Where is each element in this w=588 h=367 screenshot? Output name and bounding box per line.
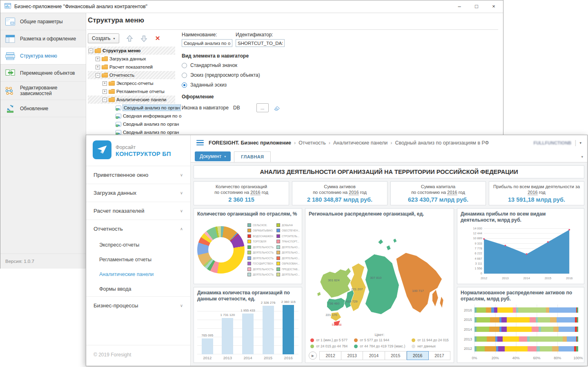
profit-area-svg: 01 5563 1114 6676 2227 7789 33310 88912 … [461, 225, 581, 281]
chevron-down-icon: ∨ [180, 303, 183, 308]
radio-option-1[interactable]: Эскиз (предпросмотр объекта) [182, 72, 321, 78]
timeline-year-2016[interactable]: 2016 [407, 351, 429, 360]
map-region-7b[interactable] [432, 289, 438, 307]
map-legend-title: Цвет: [309, 332, 450, 337]
timeline-year-2012[interactable]: 2012 [319, 351, 341, 360]
map-region-6c[interactable] [386, 245, 391, 250]
sidebar-item-2[interactable]: Структура меню [0, 47, 86, 65]
radio-icon[interactable] [182, 73, 187, 78]
tree-expander[interactable]: − [102, 98, 107, 102]
delete-button[interactable]: ✕ [155, 35, 160, 42]
create-button[interactable]: Создать▾ [88, 33, 119, 43]
map-region-6[interactable] [365, 254, 399, 314]
stacked-segment [559, 327, 575, 332]
sidebar-item-1[interactable]: Разметка и оформление [0, 30, 86, 47]
legend-label: ГОСУДАРСТВЕН... [253, 262, 274, 265]
close-button[interactable]: × [485, 0, 502, 13]
year-link[interactable]: 2016 [250, 190, 260, 195]
ribbon-collapse-icon[interactable]: ▾ [581, 155, 583, 162]
copyright: © 2019 Foresight [86, 345, 190, 366]
preview-nav: Приветственное окно∨Загрузка данных∨Расч… [86, 166, 190, 314]
minimize-button[interactable]: – [451, 0, 468, 13]
name-input[interactable] [182, 39, 232, 47]
nav-section-0[interactable]: Приветственное окно∨ [86, 166, 190, 184]
create-button-label: Создать [92, 36, 111, 41]
tree-row-7[interactable]: Сводный анализ по орган [88, 104, 175, 112]
timeline-year-2015[interactable]: 2015 [385, 351, 407, 360]
breadcrumb-item-3[interactable]: Сводный анализ по организациям в РФ [395, 140, 489, 146]
tree-row-4[interactable]: +Экспресс-отчеты [88, 79, 175, 87]
donut-hole [208, 237, 234, 262]
identifier-input[interactable] [236, 39, 285, 47]
folder-icon [109, 89, 115, 94]
sidebar-item-3[interactable]: Перемещение объектов [0, 65, 86, 82]
tree-row-0[interactable]: −Структура меню [88, 47, 175, 55]
nav-subitem-3[interactable]: Формы ввода [86, 282, 190, 296]
year-link[interactable]: 2016 [528, 190, 537, 195]
tree-row-2[interactable]: +Расчет показателей [88, 63, 175, 71]
play-button[interactable]: ▶ [309, 351, 317, 360]
tree-expander[interactable]: + [96, 57, 100, 61]
legend-item: ДЕЯТЕЛЬНОСТЬ [247, 251, 274, 254]
maximize-button[interactable]: □ [468, 0, 485, 13]
browse-button[interactable]: ... [256, 103, 269, 112]
nav-section-4[interactable]: Бизнес-процессы∨ [86, 297, 190, 314]
tree-row-8[interactable]: Сводная информация по о [88, 112, 175, 120]
map-region-0b[interactable] [317, 291, 321, 296]
timeline-year-2017[interactable]: 2017 [429, 351, 450, 360]
map-region-6d[interactable] [393, 238, 397, 243]
timeline-year-2013[interactable]: 2013 [341, 351, 363, 360]
radio-icon[interactable] [182, 82, 187, 88]
tree-expander[interactable]: + [102, 89, 107, 94]
map-legend-item-3: от 24 015 до 44 784 [310, 344, 347, 348]
move-up-button[interactable] [126, 35, 134, 42]
tree-row-6[interactable]: −Аналитические панели [88, 96, 175, 104]
breadcrumb-item-0[interactable]: FORESIGHT. Бизнес приложение [209, 140, 291, 146]
nav-section-2[interactable]: Расчет показателей∨ [86, 202, 190, 220]
tree-expander[interactable]: + [96, 65, 100, 69]
sidebar-item-0[interactable]: Общие параметры [0, 13, 86, 30]
chart-title: Количество организаций по отраслям, % [197, 211, 298, 217]
document-menu-button[interactable]: Документ▾ [195, 151, 231, 161]
nav-subitem-0[interactable]: Экспресс-отчеты [86, 238, 190, 252]
tree-row-9[interactable]: Сводный анализ по орган [88, 120, 175, 128]
move-down-button[interactable] [140, 35, 148, 42]
user-name[interactable]: FULLFUNCTIONB [533, 140, 571, 145]
timeline-year-2014[interactable]: 2014 [363, 351, 385, 360]
nav-subitem-2[interactable]: Аналитические панели [86, 267, 190, 282]
tree-expander[interactable]: + [102, 81, 107, 86]
map-region-6b[interactable] [378, 239, 383, 244]
stacked-segment [503, 336, 519, 342]
nav-section-3[interactable]: Отчетность∧ [86, 220, 190, 238]
svg-text:12 444: 12 444 [473, 231, 482, 235]
sidebar-item-5[interactable]: Обновление [0, 100, 86, 117]
tree-row-1[interactable]: +Загрузка данных [88, 55, 175, 63]
radio-option-2[interactable]: Заданный эскиз [182, 82, 321, 88]
eraser-icon[interactable] [274, 105, 281, 111]
legend-swatch [247, 240, 251, 243]
map-region-7c[interactable] [440, 296, 443, 308]
nav-subitem-1[interactable]: Регламентные отчеты [86, 252, 190, 267]
map-legend-items: от 1 (мин.) до 5 577от 5 577 до 11 944от… [309, 338, 450, 348]
hamburger-icon[interactable] [196, 139, 204, 147]
legend-item: ОБРАБАТЫВАЮ... [247, 229, 274, 232]
map-region-label-3: 51 948 [332, 323, 342, 326]
year-link[interactable]: 2016 [447, 190, 457, 195]
sidebar-item-4[interactable]: Редактирование зависимостей [0, 82, 86, 100]
tree-expander[interactable]: − [96, 73, 100, 78]
year-link[interactable]: 2016 [349, 190, 359, 195]
user-menu-caret-icon[interactable]: ▾ [579, 141, 581, 145]
breadcrumb-item-1[interactable]: Отчетность [298, 140, 326, 146]
bar-x-label: 2015 [260, 356, 276, 360]
tree-row-3[interactable]: −Отчетность [88, 71, 175, 79]
breadcrumb-item-2[interactable]: Аналитические панели [333, 140, 388, 146]
tree-expander[interactable]: − [89, 49, 93, 53]
map-region-0[interactable] [320, 267, 351, 298]
radio-icon[interactable] [182, 63, 187, 68]
stacked-segment [513, 307, 516, 313]
tree-row-5[interactable]: +Регламентные отчеты [88, 87, 175, 96]
tab-main[interactable]: ГЛАВНАЯ [234, 151, 271, 162]
nav-section-1[interactable]: Загрузка данных∨ [86, 184, 190, 202]
radio-option-0[interactable]: Стандартный значок [182, 62, 321, 68]
window-controls: – □ × [451, 0, 502, 13]
